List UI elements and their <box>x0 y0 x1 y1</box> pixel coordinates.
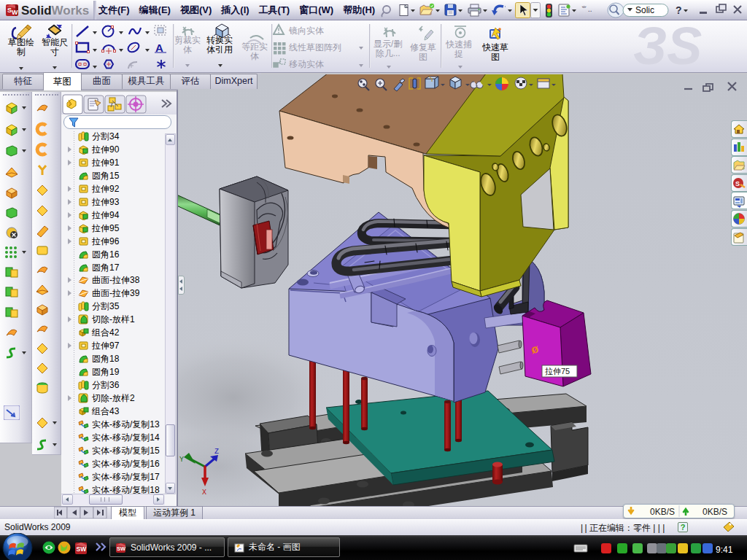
svg-text:A: A <box>155 42 163 54</box>
svg-text:SW: SW <box>117 545 126 552</box>
svg-text:0KB/S: 0KB/S <box>650 507 675 517</box>
svg-text:X: X <box>202 489 206 497</box>
svg-text:Z: Z <box>214 448 219 456</box>
svg-text:Solic: Solic <box>635 5 654 15</box>
svg-text:0KB/S: 0KB/S <box>703 507 727 517</box>
svg-text:Y: Y <box>179 456 184 464</box>
svg-text:⺌..: ⺌.. <box>581 5 592 13</box>
svg-text:S: S <box>735 180 740 187</box>
svg-text:W: W <box>12 9 18 16</box>
svg-text:SolidWorks: SolidWorks <box>21 4 89 18</box>
svg-text:?: ? <box>676 4 682 16</box>
svg-text:SW: SW <box>77 545 88 553</box>
svg-text:拉伸75: 拉伸75 <box>545 367 570 376</box>
